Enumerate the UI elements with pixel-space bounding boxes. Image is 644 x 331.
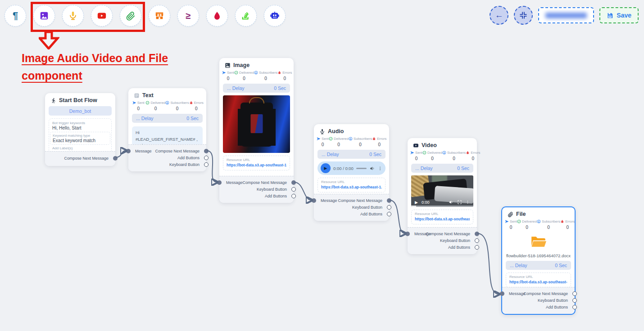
- port-add-buttons[interactable]: [204, 156, 209, 160]
- audio-player[interactable]: ▶ 0:00 / 0:00: [317, 161, 385, 175]
- port-compose-next-message[interactable]: [475, 232, 479, 236]
- port-label: Keyboard Button: [257, 187, 287, 192]
- port-message-in[interactable]: [500, 291, 504, 296]
- toolbar-drip-button[interactable]: [206, 5, 228, 27]
- port-label: Compose Next Message: [523, 291, 568, 296]
- port-row: Message Compose Next Message: [408, 230, 477, 237]
- toolbar-text-button[interactable]: ¶: [5, 5, 26, 27]
- stat-value: 0: [422, 156, 442, 161]
- subscribers-icon: [165, 101, 169, 105]
- image-preview[interactable]: [223, 95, 290, 153]
- port-row: Keyboard Button: [128, 161, 206, 168]
- port-compose-next-message[interactable]: [113, 156, 118, 161]
- port-message-in[interactable]: [126, 149, 131, 153]
- port-compose-next-message[interactable]: [204, 149, 209, 153]
- delay-label: ... Delay: [415, 166, 433, 171]
- volume-icon[interactable]: [449, 200, 454, 205]
- port-row: Message Compose Next Message: [314, 197, 389, 204]
- field-trigger-keywords: Bot trigger keywords Hi, Hello, Start: [52, 121, 108, 130]
- resource-url-label: Resource URL: [415, 212, 470, 216]
- volume-icon[interactable]: [369, 166, 375, 171]
- port-message-in[interactable]: [405, 232, 410, 236]
- stat-label: Errors: [194, 101, 204, 105]
- back-button[interactable]: ←: [490, 6, 508, 25]
- node-header: Video: [408, 138, 477, 149]
- save-label: Save: [617, 12, 631, 19]
- toolbar-stack-button[interactable]: [235, 5, 257, 27]
- audio-time: 0:00 / 0:00: [333, 166, 354, 171]
- node-image[interactable]: Image Sent0 Delivered0 Subscribers0 Erro…: [219, 58, 294, 203]
- toolbar-ai-button[interactable]: [264, 5, 286, 27]
- port-compose-next-message[interactable]: [291, 180, 296, 185]
- node-start-bot-flow[interactable]: Start Bot Flow Demo_bot Bot trigger keyw…: [45, 93, 115, 166]
- delay-bar[interactable]: ... Delay0 Sec: [132, 114, 203, 123]
- save-icon: [607, 12, 613, 19]
- toolbar-image-button[interactable]: [33, 5, 55, 27]
- stat-label: Errors: [377, 137, 386, 141]
- resource-url-box: Resource URL https://bot-data.s3.ap-sout…: [506, 273, 571, 287]
- delay-bar[interactable]: ... Delay0 Sec: [506, 261, 571, 270]
- node-audio[interactable]: Audio Sent0 Delivered0 Subscribers0 Erro…: [314, 124, 389, 221]
- stat-value: 0: [537, 225, 560, 230]
- port-message-in[interactable]: [312, 198, 316, 203]
- node-video[interactable]: Video Sent0 Delivered0 Subscribers0 Erro…: [408, 138, 477, 254]
- delivered-icon: [517, 219, 521, 224]
- resource-url-box: Resource URL https://bot-data.s3.ap-sout…: [223, 156, 290, 170]
- port-keyboard-button[interactable]: [387, 205, 391, 210]
- kebab-menu-icon[interactable]: [466, 200, 470, 205]
- port-compose-next-message[interactable]: [387, 198, 391, 203]
- bot-select-button[interactable]: Demo_bot: [49, 106, 112, 116]
- node-file[interactable]: File Sent0 Delivered0 Subscribers0 Error…: [501, 206, 576, 315]
- fullscreen-icon[interactable]: [457, 200, 462, 205]
- resource-url-link[interactable]: https://bot-data.s3.ap-southeast-1.wasab…: [415, 217, 470, 221]
- port-label: Compose Next Message: [155, 149, 200, 153]
- redacted-action-button[interactable]: [538, 7, 594, 23]
- port-add-buttons[interactable]: [387, 212, 391, 216]
- port-add-buttons[interactable]: [475, 245, 479, 250]
- stat-value: 0: [442, 156, 466, 161]
- sent-icon: [132, 101, 136, 105]
- port-label: Keyboard Button: [169, 162, 200, 167]
- resource-url-box: Resource URL https://bot-data.s3.ap-sout…: [317, 178, 385, 192]
- kebab-menu-icon[interactable]: [378, 166, 382, 171]
- fit-view-button[interactable]: [514, 6, 533, 25]
- resource-url-link[interactable]: https://bot-data.s3.ap-southeast-1.wasab…: [321, 185, 382, 189]
- delivered-icon: [234, 71, 238, 75]
- delay-bar[interactable]: ... Delay0 Sec: [223, 84, 290, 93]
- port-add-buttons[interactable]: [291, 194, 296, 198]
- delay-label: ... Delay: [322, 152, 339, 157]
- port-keyboard-button[interactable]: [291, 187, 296, 192]
- toolbar-file-button[interactable]: [120, 5, 141, 27]
- node-text[interactable]: Text Sent0 Delivered0 Subscribers0 Error…: [128, 88, 206, 171]
- resource-url-link[interactable]: https://bot-data.s3.ap-southeast-1.wasab…: [509, 280, 567, 284]
- resource-url-link[interactable]: https://bot-data.s3.ap-southeast-1.wasab…: [227, 163, 286, 167]
- port-message-in[interactable]: [217, 180, 222, 185]
- video-progress[interactable]: [411, 206, 473, 207]
- video-player[interactable]: ▶ 0:00: [411, 175, 473, 207]
- port-add-buttons[interactable]: [572, 305, 577, 309]
- port-compose-next-message[interactable]: [572, 291, 577, 296]
- compress-icon: [519, 11, 527, 19]
- photo-icon: [225, 63, 231, 68]
- play-button[interactable]: ▶: [321, 163, 331, 173]
- delay-bar[interactable]: ... Delay0 Sec: [317, 150, 385, 159]
- port-keyboard-button[interactable]: [475, 238, 479, 243]
- save-button[interactable]: Save: [599, 7, 639, 23]
- pilcrow-icon: ¶: [13, 10, 18, 22]
- toolbar-condition-button[interactable]: ≥: [177, 5, 199, 27]
- toolbar-audio-button[interactable]: [62, 5, 84, 27]
- delivered-icon: [422, 151, 426, 155]
- port-keyboard-button[interactable]: [572, 298, 577, 303]
- port-keyboard-button[interactable]: [204, 162, 209, 167]
- audio-progress[interactable]: [356, 168, 367, 169]
- port-label: Message: [509, 291, 526, 296]
- toolbar-ecommerce-button[interactable]: [149, 5, 170, 27]
- stat-label: Errors: [565, 219, 575, 224]
- port-row: Message Compose Next Message: [502, 290, 575, 297]
- toolbar-video-button[interactable]: [91, 5, 113, 27]
- delay-bar[interactable]: ... Delay0 Sec: [411, 164, 473, 173]
- port-row: Add Buttons: [502, 304, 575, 310]
- play-button[interactable]: ▶: [415, 200, 418, 205]
- port-label: Compose Next Message: [64, 156, 109, 161]
- file-preview[interactable]: flowbuilder-518-1695464072.docx: [502, 230, 575, 258]
